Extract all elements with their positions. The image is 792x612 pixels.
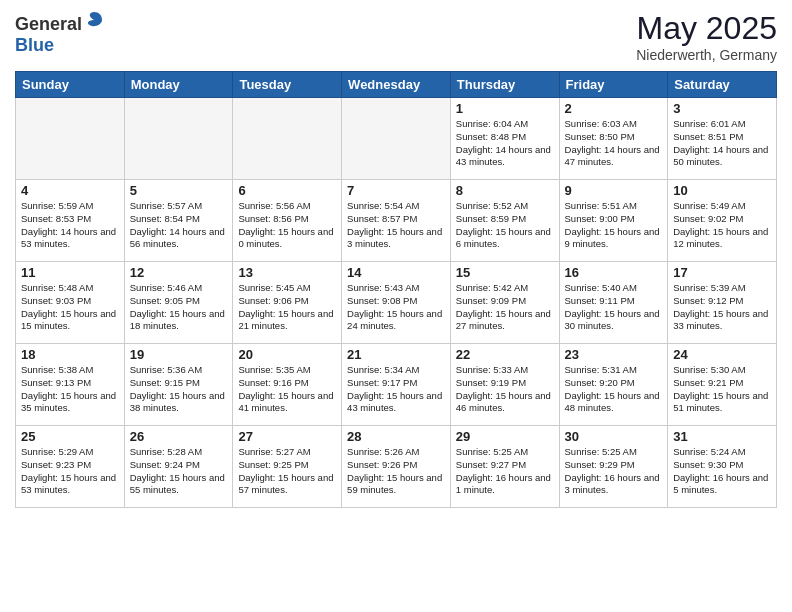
calendar-week-1: 4Sunrise: 5:59 AMSunset: 8:53 PMDaylight… [16, 180, 777, 262]
calendar-day: 25Sunrise: 5:29 AMSunset: 9:23 PMDayligh… [16, 426, 125, 508]
calendar-day: 8Sunrise: 5:52 AMSunset: 8:59 PMDaylight… [450, 180, 559, 262]
calendar-day: 24Sunrise: 5:30 AMSunset: 9:21 PMDayligh… [668, 344, 777, 426]
calendar-day [233, 98, 342, 180]
day-number: 20 [238, 347, 336, 362]
day-info: Sunrise: 5:36 AMSunset: 9:15 PMDaylight:… [130, 364, 228, 415]
calendar-day: 28Sunrise: 5:26 AMSunset: 9:26 PMDayligh… [342, 426, 451, 508]
day-info: Sunrise: 5:28 AMSunset: 9:24 PMDaylight:… [130, 446, 228, 497]
day-number: 27 [238, 429, 336, 444]
day-number: 19 [130, 347, 228, 362]
col-tuesday: Tuesday [233, 72, 342, 98]
calendar-day: 23Sunrise: 5:31 AMSunset: 9:20 PMDayligh… [559, 344, 668, 426]
calendar-day: 20Sunrise: 5:35 AMSunset: 9:16 PMDayligh… [233, 344, 342, 426]
day-number: 23 [565, 347, 663, 362]
calendar-day: 2Sunrise: 6:03 AMSunset: 8:50 PMDaylight… [559, 98, 668, 180]
calendar-day: 11Sunrise: 5:48 AMSunset: 9:03 PMDayligh… [16, 262, 125, 344]
logo-bird-icon [84, 10, 104, 30]
calendar-day: 31Sunrise: 5:24 AMSunset: 9:30 PMDayligh… [668, 426, 777, 508]
page-header: General Blue May 2025 Niederwerth, Germa… [15, 10, 777, 63]
calendar-day: 14Sunrise: 5:43 AMSunset: 9:08 PMDayligh… [342, 262, 451, 344]
day-info: Sunrise: 5:43 AMSunset: 9:08 PMDaylight:… [347, 282, 445, 333]
col-thursday: Thursday [450, 72, 559, 98]
day-info: Sunrise: 5:39 AMSunset: 9:12 PMDaylight:… [673, 282, 771, 333]
day-info: Sunrise: 5:29 AMSunset: 9:23 PMDaylight:… [21, 446, 119, 497]
calendar-day [124, 98, 233, 180]
day-number: 21 [347, 347, 445, 362]
calendar-day: 10Sunrise: 5:49 AMSunset: 9:02 PMDayligh… [668, 180, 777, 262]
logo: General Blue [15, 10, 104, 56]
calendar-day: 30Sunrise: 5:25 AMSunset: 9:29 PMDayligh… [559, 426, 668, 508]
day-info: Sunrise: 5:57 AMSunset: 8:54 PMDaylight:… [130, 200, 228, 251]
header-row: Sunday Monday Tuesday Wednesday Thursday… [16, 72, 777, 98]
day-number: 9 [565, 183, 663, 198]
day-info: Sunrise: 5:31 AMSunset: 9:20 PMDaylight:… [565, 364, 663, 415]
calendar-day: 22Sunrise: 5:33 AMSunset: 9:19 PMDayligh… [450, 344, 559, 426]
day-info: Sunrise: 5:52 AMSunset: 8:59 PMDaylight:… [456, 200, 554, 251]
day-number: 28 [347, 429, 445, 444]
calendar-day: 7Sunrise: 5:54 AMSunset: 8:57 PMDaylight… [342, 180, 451, 262]
calendar-week-0: 1Sunrise: 6:04 AMSunset: 8:48 PMDaylight… [16, 98, 777, 180]
day-number: 13 [238, 265, 336, 280]
col-saturday: Saturday [668, 72, 777, 98]
day-info: Sunrise: 5:42 AMSunset: 9:09 PMDaylight:… [456, 282, 554, 333]
col-monday: Monday [124, 72, 233, 98]
day-number: 3 [673, 101, 771, 116]
calendar-day: 29Sunrise: 5:25 AMSunset: 9:27 PMDayligh… [450, 426, 559, 508]
day-number: 22 [456, 347, 554, 362]
calendar-day: 13Sunrise: 5:45 AMSunset: 9:06 PMDayligh… [233, 262, 342, 344]
col-sunday: Sunday [16, 72, 125, 98]
page-container: General Blue May 2025 Niederwerth, Germa… [0, 0, 792, 518]
day-info: Sunrise: 5:27 AMSunset: 9:25 PMDaylight:… [238, 446, 336, 497]
day-number: 6 [238, 183, 336, 198]
day-number: 8 [456, 183, 554, 198]
day-number: 17 [673, 265, 771, 280]
logo-blue: Blue [15, 35, 54, 55]
day-number: 4 [21, 183, 119, 198]
day-info: Sunrise: 5:35 AMSunset: 9:16 PMDaylight:… [238, 364, 336, 415]
day-number: 2 [565, 101, 663, 116]
calendar-table: Sunday Monday Tuesday Wednesday Thursday… [15, 71, 777, 508]
calendar-day: 21Sunrise: 5:34 AMSunset: 9:17 PMDayligh… [342, 344, 451, 426]
calendar-day: 27Sunrise: 5:27 AMSunset: 9:25 PMDayligh… [233, 426, 342, 508]
calendar-day: 18Sunrise: 5:38 AMSunset: 9:13 PMDayligh… [16, 344, 125, 426]
day-number: 10 [673, 183, 771, 198]
day-number: 14 [347, 265, 445, 280]
day-number: 15 [456, 265, 554, 280]
calendar-week-3: 18Sunrise: 5:38 AMSunset: 9:13 PMDayligh… [16, 344, 777, 426]
calendar-day: 1Sunrise: 6:04 AMSunset: 8:48 PMDaylight… [450, 98, 559, 180]
month-title: May 2025 [636, 10, 777, 47]
day-info: Sunrise: 6:03 AMSunset: 8:50 PMDaylight:… [565, 118, 663, 169]
day-number: 7 [347, 183, 445, 198]
calendar-day: 16Sunrise: 5:40 AMSunset: 9:11 PMDayligh… [559, 262, 668, 344]
day-info: Sunrise: 5:33 AMSunset: 9:19 PMDaylight:… [456, 364, 554, 415]
logo-general: General [15, 14, 82, 34]
col-wednesday: Wednesday [342, 72, 451, 98]
calendar-day: 4Sunrise: 5:59 AMSunset: 8:53 PMDaylight… [16, 180, 125, 262]
calendar-day: 5Sunrise: 5:57 AMSunset: 8:54 PMDaylight… [124, 180, 233, 262]
day-info: Sunrise: 5:34 AMSunset: 9:17 PMDaylight:… [347, 364, 445, 415]
calendar-day: 3Sunrise: 6:01 AMSunset: 8:51 PMDaylight… [668, 98, 777, 180]
day-number: 12 [130, 265, 228, 280]
title-block: May 2025 Niederwerth, Germany [636, 10, 777, 63]
day-number: 29 [456, 429, 554, 444]
day-number: 25 [21, 429, 119, 444]
day-info: Sunrise: 5:30 AMSunset: 9:21 PMDaylight:… [673, 364, 771, 415]
day-number: 11 [21, 265, 119, 280]
col-friday: Friday [559, 72, 668, 98]
day-info: Sunrise: 5:40 AMSunset: 9:11 PMDaylight:… [565, 282, 663, 333]
calendar-day [16, 98, 125, 180]
day-info: Sunrise: 5:24 AMSunset: 9:30 PMDaylight:… [673, 446, 771, 497]
day-number: 16 [565, 265, 663, 280]
day-number: 1 [456, 101, 554, 116]
day-info: Sunrise: 5:59 AMSunset: 8:53 PMDaylight:… [21, 200, 119, 251]
day-number: 31 [673, 429, 771, 444]
calendar-day: 17Sunrise: 5:39 AMSunset: 9:12 PMDayligh… [668, 262, 777, 344]
day-info: Sunrise: 5:56 AMSunset: 8:56 PMDaylight:… [238, 200, 336, 251]
day-info: Sunrise: 5:38 AMSunset: 9:13 PMDaylight:… [21, 364, 119, 415]
calendar-day: 12Sunrise: 5:46 AMSunset: 9:05 PMDayligh… [124, 262, 233, 344]
day-info: Sunrise: 6:04 AMSunset: 8:48 PMDaylight:… [456, 118, 554, 169]
day-number: 18 [21, 347, 119, 362]
day-number: 30 [565, 429, 663, 444]
day-info: Sunrise: 5:54 AMSunset: 8:57 PMDaylight:… [347, 200, 445, 251]
calendar-day: 26Sunrise: 5:28 AMSunset: 9:24 PMDayligh… [124, 426, 233, 508]
